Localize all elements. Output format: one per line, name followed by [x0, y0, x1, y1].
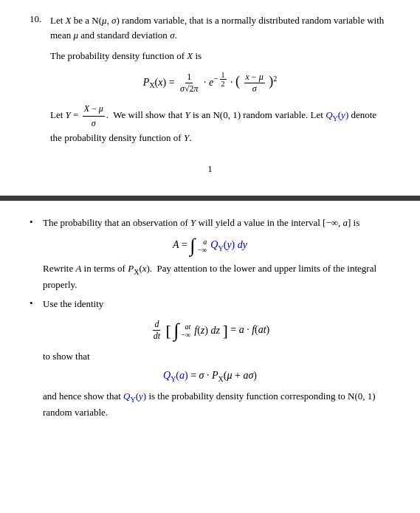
bullet-2: • Use the identity: [30, 297, 390, 311]
and-hence-line: and hence show that QY(y) is the probabi…: [30, 389, 390, 420]
page-number: 1: [30, 163, 390, 175]
identity-formula: d dt [ ∫ at −∞ f(z) dz ] = a · f(at): [30, 319, 390, 342]
to-show-line: to show that: [43, 349, 390, 364]
bullet-1: • The probability that an observation of…: [30, 216, 390, 230]
integral-A-formula: A = ∫ a −∞ QY(y) dy: [30, 236, 390, 255]
problem-line: 10. Let X be a N(μ, σ) random variable, …: [30, 13, 390, 43]
page-top: 10. Let X be a N(μ, σ) random variable, …: [0, 0, 420, 188]
bullet-dot-2: •: [30, 297, 43, 309]
bullet-2-text: Use the identity: [43, 297, 390, 311]
page-bottom: • The probability that an observation of…: [0, 201, 420, 434]
qy-result-formula: QY(a) = σ · PX(μ + aσ): [30, 370, 390, 383]
let-y-line: Let Y = X − μ σ . We will show that Y is…: [30, 102, 390, 145]
bullet-dot-1: •: [30, 216, 43, 228]
pdf-formula: PX(x) = 1 σ√2π · e−12 · ( x − μ σ )2: [30, 71, 390, 94]
divider-bar: [0, 196, 420, 201]
bullet-1-text: The probability that an observation of Y…: [43, 216, 390, 230]
problem-intro: Let X be a N(μ, σ) random variable, that…: [50, 13, 390, 43]
rewrite-line: Rewrite A in terms of PX(x). Pay attenti…: [30, 261, 390, 292]
pdf-intro-line: The probability density function of X is: [30, 49, 390, 63]
problem-number: 10.: [30, 13, 50, 25]
